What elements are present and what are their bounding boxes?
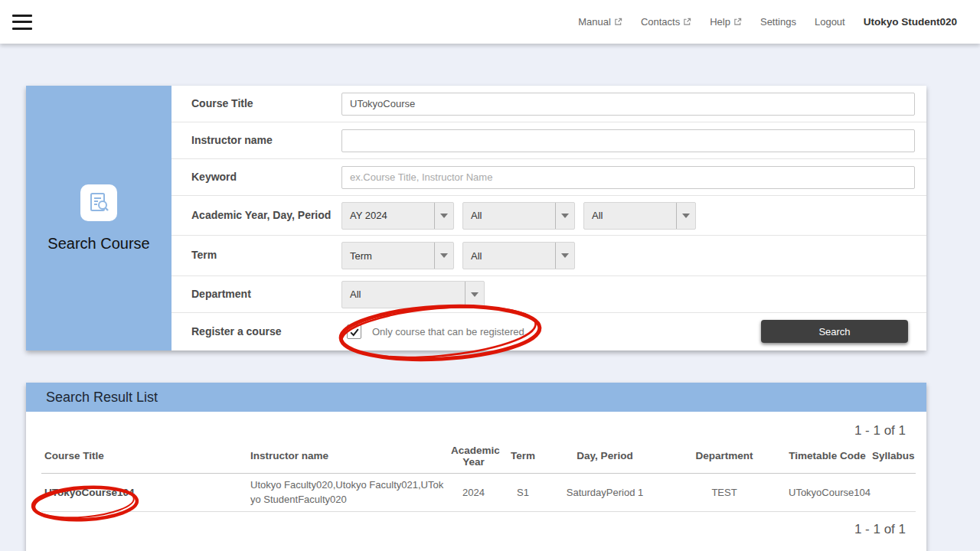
term-value-select[interactable]: All [462, 242, 575, 269]
pagination-top: 1 - 1 of 1 [26, 412, 926, 439]
nav-manual-label: Manual [578, 16, 611, 28]
nav-contacts[interactable]: Contacts [641, 16, 691, 28]
nav-logout[interactable]: Logout [815, 16, 845, 28]
course-title-row: Course Title [172, 86, 926, 122]
hamburger-menu-icon[interactable] [12, 15, 32, 30]
keyword-label: Keyword [191, 171, 341, 184]
search-course-panel: Search Course [26, 86, 172, 350]
search-button[interactable]: Search [761, 320, 908, 343]
nav-manual[interactable]: Manual [578, 16, 622, 28]
day-select-value: All [463, 210, 555, 221]
logged-in-user: Utokyo Student020 [864, 16, 957, 28]
col-instructor: Instructor name [247, 447, 448, 465]
keyword-input[interactable] [341, 166, 915, 189]
course-title-label: Course Title [191, 97, 341, 111]
nav-help-label: Help [710, 16, 730, 28]
term-label: Term [191, 249, 341, 262]
external-link-icon [683, 18, 691, 26]
external-link-icon [614, 18, 622, 26]
result-department: TEST [663, 484, 786, 501]
instructor-name-input[interactable] [341, 129, 915, 152]
term-value-select-value: All [463, 250, 555, 262]
result-table-header: Course Title Instructor name Academic Ye… [41, 439, 916, 474]
col-syllabus: Syllabus [869, 447, 918, 465]
search-course-icon [80, 184, 117, 221]
register-only-checkbox[interactable] [347, 324, 361, 339]
col-course-title: Course Title [41, 447, 247, 465]
chevron-down-icon [434, 203, 453, 229]
checkmark-icon [349, 327, 360, 337]
col-academic-year: Academic Year [448, 442, 499, 471]
result-academic-year: 2024 [448, 484, 499, 501]
result-table: Course Title Instructor name Academic Ye… [26, 439, 926, 512]
term-row: Term Term All [172, 236, 926, 276]
result-term: S1 [499, 484, 547, 501]
search-result-list-title: Search Result List [26, 383, 926, 412]
academic-year-select[interactable]: AY 2024 [341, 202, 454, 230]
department-row: Department All [172, 276, 926, 313]
instructor-name-label: Instructor name [191, 134, 341, 148]
col-day-period: Day, Period [547, 447, 663, 465]
result-day-period: SaturdayPeriod 1 [547, 484, 663, 501]
search-form: Course Title Instructor name Keyword Aca… [172, 86, 926, 350]
period-select[interactable]: All [583, 202, 696, 230]
search-result-card: Search Result List 1 - 1 of 1 Course Tit… [26, 383, 926, 551]
col-department: Department [663, 447, 786, 465]
academic-year-select-value: AY 2024 [342, 210, 434, 221]
register-course-label: Register a course [191, 325, 341, 339]
department-select[interactable]: All [341, 281, 485, 308]
nav-settings[interactable]: Settings [760, 16, 796, 28]
department-select-value: All [342, 289, 465, 300]
result-instructor: Utokyo Faculty020,Utokyo Faculty021,UTok… [247, 475, 448, 510]
term-type-select-value: Term [342, 250, 434, 262]
register-only-checkbox-label: Only course that can be registered. [372, 326, 527, 337]
col-term: Term [499, 447, 547, 465]
result-syllabus [869, 490, 916, 496]
chevron-down-icon [555, 243, 574, 269]
table-row: UTokyoCourse104 Utokyo Faculty020,Utokyo… [41, 474, 916, 512]
course-title-input[interactable] [341, 93, 915, 116]
keyword-row: Keyword [172, 159, 926, 196]
instructor-name-row: Instructor name [172, 122, 926, 159]
chevron-down-icon [434, 243, 453, 269]
search-course-title: Search Course [47, 235, 149, 253]
period-select-value: All [584, 210, 676, 221]
top-nav: Manual Contacts Help Settings Logout Uto… [0, 0, 980, 44]
academic-year-day-period-label: Academic Year, Day, Period [191, 209, 341, 223]
chevron-down-icon [465, 282, 484, 308]
department-label: Department [191, 288, 341, 302]
academic-year-day-period-row: Academic Year, Day, Period AY 2024 All A… [172, 196, 926, 236]
nav-contacts-label: Contacts [641, 16, 680, 28]
result-timetable-code: UTokyoCourse104 [786, 484, 869, 501]
search-course-card: Search Course Course Title Instructor na… [26, 86, 926, 350]
register-course-row: Register a course Only course that can b… [172, 313, 926, 350]
nav-help[interactable]: Help [710, 16, 742, 28]
nav-logout-label: Logout [815, 16, 845, 28]
col-timetable-code: Timetable Code [786, 447, 869, 465]
nav-settings-label: Settings [760, 16, 796, 28]
day-select[interactable]: All [462, 202, 575, 230]
term-type-select[interactable]: Term [341, 242, 454, 269]
pagination-bottom: 1 - 1 of 1 [26, 512, 926, 537]
chevron-down-icon [676, 203, 695, 229]
result-course-title-link[interactable]: UTokyoCourse104 [41, 484, 247, 501]
external-link-icon [733, 18, 742, 26]
top-nav-links: Manual Contacts Help Settings Logout Uto… [578, 16, 957, 28]
chevron-down-icon [555, 203, 574, 229]
